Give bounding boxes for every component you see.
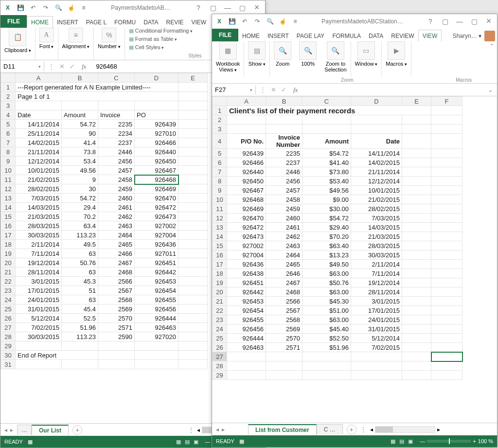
tab-file[interactable]: FILE (0, 15, 27, 28)
formula-bar: F27 ⋮ ✕ ✓ fx ⌄ (212, 84, 497, 96)
zoom-icon[interactable]: 🔍 (266, 17, 274, 26)
tab-file[interactable]: FILE (212, 29, 238, 41)
maximize-icon[interactable]: ▢ (237, 4, 248, 12)
ribbon-macros[interactable]: ▶ Macros (382, 41, 411, 77)
enter-formula-icon[interactable]: ✓ (281, 86, 286, 94)
formula-dots-icon[interactable]: ⋮ (48, 63, 54, 71)
horizontal-scrollbar[interactable]: ◂▸ (370, 426, 443, 433)
conditional-formatting-button[interactable]: Conditional Formatting (129, 28, 193, 34)
tab-review[interactable]: REVIE (162, 17, 188, 28)
enter-formula-icon[interactable]: ✓ (70, 63, 75, 71)
workbook-views-icon[interactable]: ▦ (219, 41, 237, 60)
help-icon[interactable]: ? (193, 4, 204, 12)
zoom-button-icon[interactable]: 🔍 (274, 41, 291, 60)
macro-icon[interactable]: ▦ (28, 439, 33, 445)
name-box[interactable]: F27 (212, 85, 256, 94)
window-icon[interactable]: ▭ (357, 41, 375, 60)
cancel-formula-icon[interactable]: ✕ (59, 63, 65, 71)
ribbon-display-icon[interactable]: ▢ (208, 4, 218, 12)
alignment-icon[interactable]: ≡ (69, 28, 83, 42)
avatar[interactable] (484, 31, 495, 41)
paste-icon[interactable]: 📋 (9, 28, 26, 46)
fx-icon[interactable]: fx (291, 86, 300, 94)
tab-insert[interactable]: INSERT (264, 30, 293, 41)
format-as-table-button[interactable]: Format as Table (129, 36, 177, 42)
formula-dots-icon[interactable]: ⋮ (260, 86, 266, 94)
tab-insert[interactable]: INSERT (53, 17, 82, 28)
ribbon-100pct[interactable]: 🔍 100% (295, 41, 320, 77)
tab-data[interactable]: DATA (140, 17, 162, 28)
tab-review[interactable]: REVIEW (387, 30, 418, 41)
sheet-tab-overflow[interactable]: … (17, 425, 32, 435)
collapse-ribbon-icon[interactable]: ˆ (487, 41, 497, 77)
tab-pagelayout[interactable]: PAGE LAY (293, 30, 329, 41)
add-sheet-button[interactable]: + (347, 425, 356, 434)
tab-home[interactable]: HOME (238, 30, 264, 41)
tab-formulas[interactable]: FORMU (110, 17, 140, 28)
sheet-tab-ourlist[interactable]: Our List (32, 425, 69, 435)
grid-area[interactable]: ABCDEF1Client's list of their payment re… (212, 96, 497, 423)
expand-formula-icon[interactable]: ⌄ (484, 86, 497, 93)
tab-formulas[interactable]: FORMULA (328, 30, 365, 41)
zoom-icon[interactable]: 🔍 (54, 3, 63, 12)
ribbon-show[interactable]: ▤ Show (244, 41, 270, 77)
zoom-slider[interactable]: —+100 % (420, 438, 493, 444)
sheet-tab-c[interactable]: C … (317, 424, 343, 434)
zoom-100-icon[interactable]: 🔍 (299, 41, 317, 60)
ribbon-group-font[interactable]: A Font (36, 28, 58, 60)
redo-icon[interactable]: ↷ (253, 17, 262, 26)
close-icon[interactable]: × (483, 18, 494, 25)
close-icon[interactable]: × (251, 4, 262, 12)
qat-more-icon[interactable]: ≡ (291, 17, 300, 26)
account-name[interactable]: Sharyn… ▾ (450, 31, 484, 41)
tab-view[interactable]: VIEW (418, 30, 442, 41)
view-shortcuts[interactable]: ▦▤▣ (389, 438, 415, 445)
tab-pagelayout[interactable]: PAGE L (82, 17, 110, 28)
ribbon-zoom-selection[interactable]: 🔍 Zoom to Selection (320, 41, 351, 77)
save-icon[interactable]: 💾 (16, 3, 25, 12)
titlebar[interactable]: X 💾 ↶ ↷ 🔍 ☝ ≡ PaymentsMadetoAB… ? ▢ — ▢ … (0, 0, 265, 15)
undo-icon[interactable]: ↶ (240, 17, 249, 26)
macros-icon[interactable]: ▶ (388, 41, 405, 60)
ribbon-display-icon[interactable]: ▢ (440, 18, 450, 25)
maximize-icon[interactable]: ▢ (469, 18, 480, 25)
tab-data[interactable]: DATA (365, 30, 387, 41)
minimize-icon[interactable]: — (222, 4, 233, 12)
font-icon[interactable]: A (39, 28, 54, 42)
ribbon-window[interactable]: ▭ Window (351, 41, 382, 77)
sheet-options-icon[interactable]: ⋮ (356, 426, 370, 433)
touch-icon[interactable]: ☝ (67, 3, 75, 12)
number-icon[interactable]: % (102, 28, 116, 42)
ribbon-group-alignment[interactable]: ≡ Alignment (58, 28, 94, 60)
formula-input[interactable] (303, 89, 484, 91)
add-sheet-button[interactable]: + (72, 425, 82, 435)
minimize-icon[interactable]: — (454, 18, 465, 25)
ribbon-group-clipboard[interactable]: 📋 Clipboard (0, 28, 36, 60)
zoom-selection-icon[interactable]: 🔍 (327, 41, 344, 60)
save-icon[interactable]: 💾 (228, 17, 236, 26)
sheet-options-icon[interactable]: ⋮ (185, 427, 197, 433)
show-icon[interactable]: ▤ (248, 41, 266, 60)
undo-icon[interactable]: ↶ (29, 3, 37, 12)
touch-icon[interactable]: ☝ (278, 17, 287, 26)
sheet-nav[interactable]: ◂▸ (0, 427, 17, 433)
ribbon-zoom[interactable]: 🔍 Zoom (270, 41, 295, 77)
sheet-tab-listfromcustomer[interactable]: List from Customer (248, 424, 317, 435)
name-box[interactable]: D11 (0, 62, 44, 71)
tab-home[interactable]: HOME (27, 16, 53, 28)
view-shortcuts[interactable]: ▦▤▣ (174, 439, 200, 445)
cell-styles-button[interactable]: Cell Styles (129, 44, 164, 51)
ribbon-workbook-views[interactable]: ▦ Workbook Views (212, 41, 244, 77)
ribbon-group-number[interactable]: % Number (94, 28, 125, 60)
fx-icon[interactable]: fx (80, 63, 88, 71)
macro-icon[interactable]: ▦ (239, 438, 244, 445)
cancel-formula-icon[interactable]: ✕ (271, 86, 276, 94)
worksheet-grid[interactable]: ABCDE1---Report generated for A N Exampl… (0, 73, 208, 369)
titlebar[interactable]: X 💾 ↶ ↷ 🔍 ☝ ≡ PaymentsMadetoABCStation… … (212, 14, 497, 29)
help-icon[interactable]: ? (425, 18, 436, 25)
redo-icon[interactable]: ↷ (41, 3, 50, 12)
sheet-nav[interactable]: ◂▸ (212, 426, 229, 433)
worksheet-grid[interactable]: ABCDEF1Client's list of their payment re… (212, 96, 462, 380)
qat-more-icon[interactable]: ≡ (79, 3, 88, 12)
tab-view[interactable]: VIEW (188, 17, 211, 28)
